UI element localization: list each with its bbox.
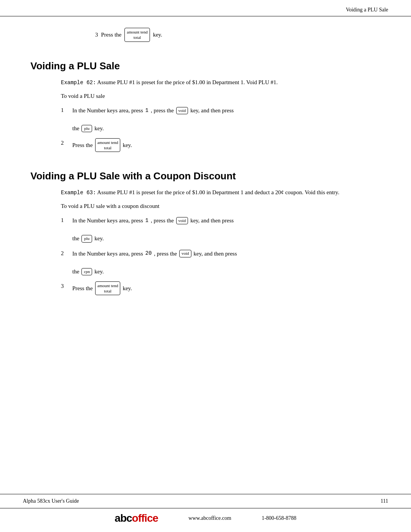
s2-step2-text-middle: , press the [154,249,177,259]
section2-step1: 1 In the Number keys area, press 1 , pre… [61,216,381,242]
plu-key-s2s1: plu [81,235,92,242]
s2-step3-text-after: key. [123,283,132,294]
step1-cont-before: the [72,125,79,132]
amount-tend-total-key-s2: amount tendtotal [95,281,121,296]
footer-page-number: 111 [381,498,388,504]
void-key-s1s1: void [176,107,188,114]
section2-step2-line: 2 In the Number keys area, press 20 , pr… [61,249,381,259]
step2-number: 2 [61,138,68,147]
section2-step1-line: 1 In the Number keys area, press 1 , pre… [61,216,381,226]
s2-step3-number: 3 [61,281,68,291]
section1-heading: Voiding a PLU Sale [30,60,381,72]
section2-to-void: To void a PLU sale with a coupon discoun… [61,203,381,209]
section2-example-label: Example 63: [61,190,96,196]
section2-heading: Voiding a PLU Sale with a Coupon Discoun… [30,170,381,182]
s2-step2-content: In the Number keys area, press 20 , pres… [72,249,237,259]
footer-left: Alpha 583cx User's Guide [23,498,79,504]
plu-key-s1s1: plu [81,125,92,132]
section1-step1: 1 In the Number keys area, press 1 , pre… [61,105,381,132]
step1-content: In the Number keys area, press 1 , press… [72,105,234,116]
section2-steps: 1 In the Number keys area, press 1 , pre… [61,216,381,295]
section1-step1-line: 1 In the Number keys area, press 1 , pre… [61,105,381,116]
step1-cont-after: key. [94,125,104,132]
section1-to-void: To void a PLU sale [61,93,381,99]
step1-text-before: In the Number keys area, press [72,105,143,116]
s2-step3-text-before: Press the [72,283,93,294]
section1-example: Example 62: Assume PLU #1 is preset for … [61,78,381,87]
section2-step2: 2 In the Number keys area, press 20 , pr… [61,249,381,275]
step2-content: Press the amount tendtotal key. [72,138,132,152]
s2-step2-text-after: key, and then press [194,249,237,259]
page: Voiding a PLU Sale 3 Press the amount te… [0,0,411,532]
s2-step2-number: 2 [61,249,68,258]
top-step-number: 3 [95,32,98,38]
step1-number: 1 [61,105,68,115]
footer-main: Alpha 583cx User's Guide 111 [0,494,411,508]
s2-step1-content: In the Number keys area, press 1 , press… [72,216,234,226]
section1-step2: 2 Press the amount tendtotal key. [61,138,381,152]
void-key-s2s2: void [179,250,191,257]
section2-step3: 3 Press the amount tendtotal key. [61,281,381,296]
s2-step2-text-before: In the Number keys area, press [72,249,143,259]
main-content: 3 Press the amount tendtotal key. Voidin… [0,16,411,344]
page-footer: Alpha 583cx User's Guide 111 abcoffice w… [0,494,411,532]
s2-step2-cont-after: key. [94,268,104,275]
footer-brand: abcoffice www.abcoffice.com 1-800-658-87… [0,508,411,532]
void-key-s2s1: void [176,217,188,224]
section-voiding-plu-coupon: Voiding a PLU Sale with a Coupon Discoun… [30,170,381,295]
s2-step3-content: Press the amount tendtotal key. [72,281,132,296]
page-header: Voiding a PLU Sale [0,0,411,16]
step2-text-after: key. [123,140,132,150]
step1-text-middle: , press the [151,105,174,116]
section1-steps: 1 In the Number keys area, press 1 , pre… [61,105,381,152]
brand-logo: abcoffice [115,512,158,524]
section1-example-label: Example 62: [61,80,96,86]
footer-website: www.abcoffice.com [188,515,231,521]
amount-tend-total-key-top: amount tendtotal [124,28,150,42]
s2-step1-number: 1 [61,216,68,225]
top-step-press: Press the [101,32,122,38]
brand-office: office [132,512,158,524]
s2-step1-cont-before: the [72,235,79,242]
top-step: 3 Press the amount tendtotal key. [95,28,381,42]
s2-step2-cont-before: the [72,268,79,275]
s2-step1-num-value: 1 [145,216,148,225]
section2-example: Example 63: Assume PLU #1 is preset for … [61,188,381,197]
footer-phone: 1-800-658-8788 [262,515,296,521]
section1-step1-continuation: the plu key. [72,125,381,132]
section2-step1-continuation: the plu key. [72,235,381,242]
s2-step1-text-before: In the Number keys area, press [72,216,143,226]
s2-step1-text-middle: , press the [151,216,174,226]
section2-step2-continuation: the cpn key. [72,268,381,275]
s2-step1-cont-after: key. [94,235,104,242]
brand-abc: abc [115,512,132,524]
header-title: Voiding a PLU Sale [346,7,388,13]
section1-example-text: Assume PLU #1 is preset for the price of… [97,79,277,85]
section-voiding-plu: Voiding a PLU Sale Example 62: Assume PL… [30,60,381,152]
s2-step1-text-after: key, and then press [190,216,234,226]
amount-tend-total-key-s1: amount tendtotal [95,138,121,152]
step1-text-after: key, and then press [190,105,234,116]
section2-example-text: Assume PLU #1 is preset for the price of… [97,189,339,195]
step2-text-before: Press the [72,140,93,150]
top-step-key-word: key. [153,32,162,38]
step1-num-value: 1 [145,106,148,115]
s2-step2-num-value: 20 [145,249,152,258]
cpn-key-s2s2: cpn [81,268,92,275]
